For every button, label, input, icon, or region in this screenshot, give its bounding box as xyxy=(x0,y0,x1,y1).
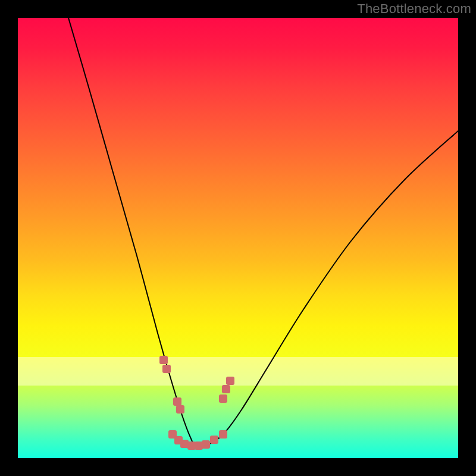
plot-area xyxy=(18,18,458,458)
data-marker xyxy=(180,440,189,448)
data-marker xyxy=(210,436,218,444)
data-marker xyxy=(195,441,203,450)
data-marker xyxy=(162,365,171,373)
data-marker xyxy=(187,441,196,450)
markers-group xyxy=(159,356,234,450)
watermark-text: TheBottleneck.com xyxy=(357,1,471,17)
data-marker xyxy=(159,356,168,364)
data-marker xyxy=(226,377,234,385)
markers-layer xyxy=(18,18,458,458)
data-marker xyxy=(176,405,184,414)
data-marker xyxy=(173,397,181,406)
chart-frame: TheBottleneck.com xyxy=(0,0,476,476)
data-marker xyxy=(202,440,210,449)
data-marker xyxy=(219,430,227,439)
data-marker xyxy=(222,385,230,393)
data-marker xyxy=(219,394,227,403)
